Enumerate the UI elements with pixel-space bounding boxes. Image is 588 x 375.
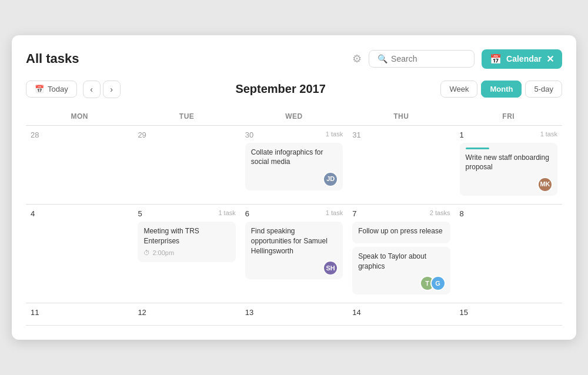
- task-avatar: MK: [537, 177, 553, 192]
- date-15: 15: [460, 308, 468, 317]
- avatar-2: G: [430, 276, 446, 291]
- date-5: 5: [138, 209, 142, 218]
- date-8: 8: [460, 209, 464, 218]
- page-title: All tasks: [26, 51, 352, 66]
- date-6: 6: [245, 209, 249, 218]
- calendar-header: MON TUE WED THU FRI: [26, 108, 562, 126]
- search-box: 🔍: [369, 50, 475, 68]
- cell-8: 8: [455, 205, 562, 303]
- cell-6: 6 1 task Find speaking opportunities for…: [240, 205, 348, 303]
- day-header-fri: FRI: [455, 108, 562, 126]
- calendar-grid: MON TUE WED THU FRI 28 29: [26, 108, 562, 326]
- cell-28: 28: [26, 125, 133, 205]
- calendar-small-icon: 📅: [35, 85, 44, 93]
- task-card[interactable]: Find speaking opportunities for Samuel H…: [245, 222, 343, 279]
- date-13: 13: [245, 308, 253, 317]
- date-14: 14: [352, 308, 360, 317]
- today-indicator: [466, 148, 489, 149]
- task-card[interactable]: Write new staff onboarding proposal MK: [460, 143, 557, 196]
- task-card[interactable]: Collate infographics for social media JD: [245, 143, 343, 191]
- cell-1: 1 1 task Write new staff onboarding prop…: [455, 125, 562, 205]
- task-avatar: JD: [323, 172, 338, 187]
- gear-icon[interactable]: ⚙: [352, 52, 362, 65]
- calendar-icon: 📅: [490, 53, 502, 65]
- cell-11: 11: [26, 303, 133, 326]
- close-icon[interactable]: ✕: [546, 53, 554, 65]
- day-header-tue: TUE: [133, 108, 240, 126]
- day-header-thu: THU: [348, 108, 455, 126]
- five-day-view-button[interactable]: 5-day: [525, 81, 562, 98]
- cell-4: 4: [26, 205, 133, 303]
- date-1: 1: [460, 130, 464, 139]
- date-31: 31: [352, 130, 360, 139]
- tasks-count-7: 2 tasks: [430, 209, 450, 216]
- tasks-count-6: 1 task: [326, 209, 343, 216]
- nav-row: 📅 Today ‹ › September 2017 Week Month 5-…: [26, 81, 562, 98]
- calendar-week-1: 28 29 30 1 task Collate: [26, 125, 562, 205]
- nav-arrows: ‹ ›: [83, 81, 121, 98]
- month-view-button[interactable]: Month: [481, 81, 522, 98]
- view-toggles: Week Month 5-day: [440, 81, 562, 98]
- calendar-week-2: 4 5 1 task Meeting with TRS Enterprises …: [26, 205, 562, 303]
- clock-icon: ⏱: [143, 249, 150, 257]
- task-card-press[interactable]: Follow up on press release: [352, 222, 450, 243]
- task-card-graphics[interactable]: Speak to Taylor about graphics T G: [352, 247, 450, 295]
- date-12: 12: [138, 308, 146, 317]
- date-29: 29: [138, 130, 146, 139]
- avatar: SH: [323, 260, 338, 276]
- date-4: 4: [31, 209, 35, 218]
- week-view-button[interactable]: Week: [440, 81, 477, 98]
- avatar-group: T G: [420, 276, 446, 291]
- task-avatar: SH: [323, 260, 338, 276]
- task-text: Collate infographics for social media: [251, 148, 337, 168]
- cell-31: 31: [348, 125, 455, 205]
- task-text: Speak to Taylor about graphics: [358, 252, 444, 272]
- task-text: Find speaking opportunities for Samuel H…: [251, 226, 337, 256]
- cell-14: 14: [348, 303, 455, 326]
- calendar-badge[interactable]: 📅 Calendar ✕: [482, 49, 562, 69]
- time-value: 2:00pm: [152, 249, 174, 257]
- tasks-count-1: 1 task: [540, 130, 557, 138]
- today-label: Today: [48, 85, 68, 93]
- today-button[interactable]: 📅 Today: [26, 81, 77, 98]
- date-30: 30: [245, 130, 253, 139]
- prev-button[interactable]: ‹: [83, 81, 101, 98]
- cell-12: 12: [133, 303, 240, 326]
- calendar-label: Calendar: [506, 54, 542, 63]
- day-header-wed: WED: [240, 108, 348, 126]
- calendar-week-3: 11 12 13: [26, 303, 562, 326]
- avatar: JD: [323, 172, 338, 187]
- cell-29: 29: [133, 125, 240, 205]
- task-text: Follow up on press release: [358, 226, 444, 236]
- task-text: Meeting with TRS Enterprises: [143, 226, 229, 246]
- header: All tasks ⚙ 🔍 📅 Calendar ✕: [26, 49, 562, 69]
- cell-30: 30 1 task Collate infographics for socia…: [240, 125, 348, 205]
- cell-15: 15: [455, 303, 562, 326]
- task-text: Write new staff onboarding proposal: [466, 153, 552, 173]
- date-28: 28: [31, 130, 39, 139]
- date-7: 7: [352, 209, 356, 218]
- search-input[interactable]: [391, 54, 466, 63]
- cell-5: 5 1 task Meeting with TRS Enterprises ⏱ …: [133, 205, 240, 303]
- app-container: All tasks ⚙ 🔍 📅 Calendar ✕ 📅 Today ‹ › S…: [12, 35, 576, 340]
- tasks-count-30: 1 task: [326, 130, 343, 138]
- day-header-mon: MON: [26, 108, 133, 126]
- cell-13: 13: [240, 303, 348, 326]
- task-avatar: T G: [420, 276, 446, 291]
- search-icon: 🔍: [377, 54, 387, 63]
- tasks-count-5: 1 task: [218, 209, 235, 216]
- task-time: ⏱ 2:00pm: [143, 249, 229, 257]
- cell-7: 7 2 tasks Follow up on press release Spe…: [348, 205, 455, 303]
- avatar: MK: [537, 177, 553, 192]
- task-card[interactable]: Meeting with TRS Enterprises ⏱ 2:00pm: [138, 222, 235, 262]
- month-title: September 2017: [121, 82, 441, 96]
- date-11: 11: [31, 308, 39, 317]
- next-button[interactable]: ›: [103, 81, 121, 98]
